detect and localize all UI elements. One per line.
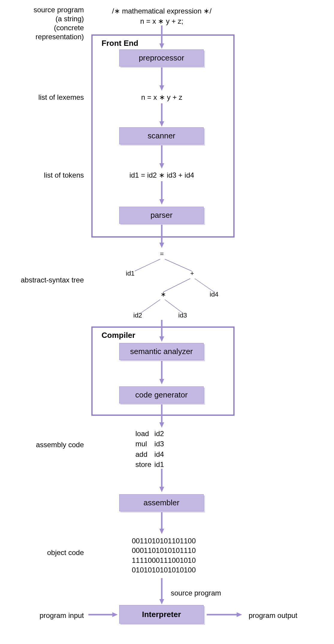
label-program-input: program input (0, 611, 84, 620)
svg-marker-27 (159, 529, 164, 534)
asm-row: loadid2 (135, 429, 166, 439)
arrow-program-input (88, 612, 118, 618)
arrow-program-output (207, 612, 243, 618)
obj-line: 0101010101010100 (132, 565, 196, 575)
compiler-title: Compiler (102, 331, 135, 340)
obj-line: 1111000111001010 (132, 556, 196, 565)
stage-semantic-analyzer: semantic analyzer (119, 343, 204, 360)
token-text: id1 = id2 ∗ id3 + id4 (102, 171, 222, 180)
label-ast: abstract-syntax tree (0, 276, 84, 285)
stage-interpreter: Interpreter (119, 605, 204, 624)
stage-assembler: assembler (119, 494, 204, 511)
t: scanner (148, 131, 176, 140)
svg-line-12 (135, 259, 160, 271)
lexeme-text: n = x ∗ y + z (102, 93, 222, 102)
source-comment: /∗ mathematical expression ∗/ (102, 7, 222, 16)
label-lexemes: list of lexemes (0, 93, 84, 102)
t: preprocessor (139, 53, 184, 63)
t: Interpreter (142, 610, 181, 619)
arrow-tree-semantic (159, 320, 165, 342)
svg-line-16 (141, 300, 160, 313)
svg-marker-5 (159, 121, 164, 127)
svg-marker-31 (112, 612, 118, 617)
arrow-asm-assembler (159, 469, 165, 493)
ast-root: = (160, 250, 164, 258)
svg-marker-29 (159, 599, 164, 604)
object-code: 0011010101101100000110101010111011110001… (132, 536, 196, 575)
stage-parser: parser (119, 207, 204, 224)
svg-line-17 (165, 300, 183, 313)
label-tokens: list of tokens (0, 171, 84, 180)
arrow-scanner-tokens (159, 145, 165, 169)
svg-marker-9 (159, 199, 164, 205)
assembly-code: loadid2mulid3addid4storeid1 (135, 428, 167, 470)
arrow-source-preprocessor (159, 25, 165, 49)
svg-line-15 (195, 279, 214, 292)
t: code generator (135, 390, 188, 400)
ast-id3: id3 (178, 312, 187, 319)
arrow-obj-interpreter (159, 578, 165, 605)
asm-row: addid4 (135, 450, 166, 459)
label-source-program-right: source program (171, 589, 221, 598)
svg-marker-3 (159, 85, 164, 91)
svg-line-13 (165, 259, 192, 271)
arrow-tokens-parser (159, 181, 165, 205)
svg-marker-1 (159, 43, 164, 49)
svg-marker-21 (159, 379, 164, 384)
ast-id4: id4 (210, 291, 218, 298)
obj-line: 0001101010101110 (132, 546, 196, 555)
ast-id1: id1 (126, 270, 134, 277)
svg-marker-11 (159, 243, 164, 248)
source-stmt: n = x ∗ y + z; (102, 17, 222, 26)
t: source program (34, 6, 84, 14)
svg-marker-7 (159, 163, 164, 169)
label-source-program: source program (a string) (concrete repr… (0, 5, 84, 41)
front-end-title: Front End (102, 39, 138, 48)
ast-star: ∗ (161, 291, 166, 298)
ast-plus: + (190, 270, 194, 277)
obj-line: 0011010101101100 (132, 536, 196, 546)
t: (concrete (54, 24, 84, 32)
label-program-output: program output (249, 611, 297, 620)
t: representation) (36, 33, 84, 41)
arrow-codegen-asm (159, 404, 165, 428)
ast-edges (105, 250, 231, 319)
arrow-lexemes-scanner (159, 103, 165, 127)
stage-preprocessor: preprocessor (119, 49, 204, 66)
t: assembler (143, 498, 179, 507)
svg-marker-25 (159, 487, 164, 492)
arrow-preprocessor-lexemes (159, 67, 165, 91)
svg-marker-33 (237, 612, 242, 617)
stage-code-generator: code generator (119, 386, 204, 403)
label-asm: assembly code (0, 440, 84, 449)
arrow-parser-tree (159, 225, 165, 249)
svg-marker-19 (159, 336, 164, 342)
asm-row: mulid3 (135, 439, 166, 449)
arrow-assembler-obj (159, 512, 165, 535)
svg-line-14 (163, 279, 190, 292)
ast-id2: id2 (133, 312, 142, 319)
t: parser (150, 211, 173, 220)
label-obj: object code (0, 548, 84, 557)
t: semantic analyzer (130, 347, 193, 356)
stage-scanner: scanner (119, 127, 204, 144)
arrow-semantic-codegen (159, 361, 165, 385)
asm-row: storeid1 (135, 460, 166, 469)
svg-marker-23 (159, 422, 164, 428)
t: (a string) (55, 15, 84, 23)
